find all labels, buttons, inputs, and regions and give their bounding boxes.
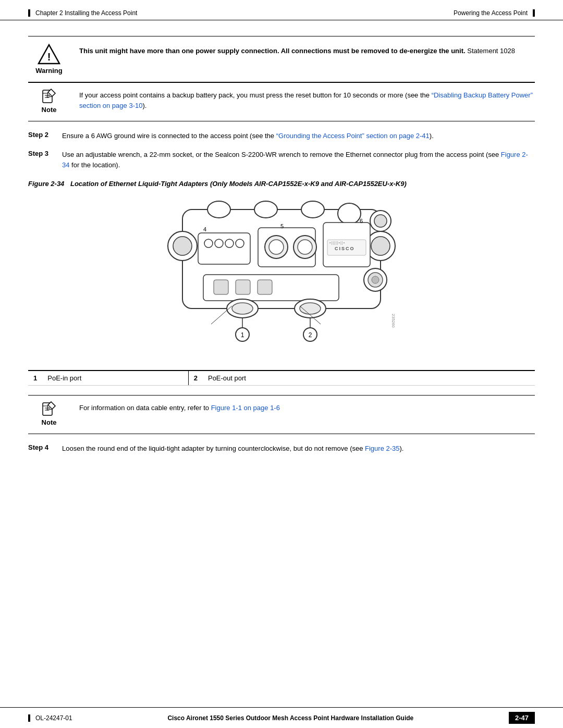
note-text-1: If your access point contains a backup b… bbox=[79, 88, 535, 110]
port2-label: PoE-out port bbox=[203, 371, 535, 386]
note1-text-after: ). bbox=[142, 102, 146, 109]
svg-point-9 bbox=[301, 201, 324, 218]
step2-text-after: ). bbox=[430, 132, 434, 140]
svg-point-25 bbox=[269, 240, 284, 254]
port1-label: PoE-in port bbox=[42, 371, 188, 386]
figure-caption: Figure 2-34 Location of Ethernet Liquid-… bbox=[28, 180, 535, 188]
svg-text:4: 4 bbox=[203, 226, 206, 232]
port-table: 1 PoE-in port 2 PoE-out port bbox=[28, 370, 535, 386]
step-2-row: Step 2 Ensure a 6 AWG ground wire is con… bbox=[28, 131, 535, 141]
svg-rect-35 bbox=[214, 280, 228, 294]
svg-point-16 bbox=[374, 215, 387, 227]
step4-text-before: Loosen the round end of the liquid-tight… bbox=[62, 445, 365, 452]
svg-point-19 bbox=[215, 239, 223, 248]
footer-page-num: 2-47 bbox=[509, 712, 535, 724]
header-section: Powering the Access Point bbox=[454, 9, 528, 17]
svg-point-20 bbox=[225, 239, 234, 248]
svg-point-10 bbox=[338, 203, 361, 224]
header-right-bar bbox=[533, 9, 535, 17]
header-chapter: Chapter 2 Installing the Access Point bbox=[35, 9, 137, 17]
svg-point-8 bbox=[254, 201, 277, 218]
footer-bar bbox=[28, 714, 30, 722]
footer-doc-num: OL-24247-01 bbox=[35, 714, 72, 722]
step4-text-after: ). bbox=[400, 445, 404, 452]
step-4-row: Step 4 Loosen the round end of the liqui… bbox=[28, 443, 535, 454]
svg-point-21 bbox=[236, 239, 244, 248]
svg-point-18 bbox=[204, 239, 213, 248]
svg-point-7 bbox=[207, 201, 230, 218]
note1-text-before: If your access point contains a backup b… bbox=[79, 91, 432, 99]
page-header: Chapter 2 Installing the Access Point Po… bbox=[0, 0, 563, 20]
warning-text: This unit might have more than one power… bbox=[79, 43, 535, 56]
page-footer: OL-24247-01 Cisco Aironet 1550 Series Ou… bbox=[0, 707, 563, 728]
svg-point-27 bbox=[298, 240, 312, 254]
svg-point-50 bbox=[372, 276, 379, 283]
step-3-text: Use an adjustable wrench, a 22-mm socket… bbox=[62, 150, 535, 170]
step4-link[interactable]: Figure 2-35 bbox=[365, 445, 399, 452]
svg-rect-36 bbox=[236, 280, 250, 294]
step-2-label: Step 2 bbox=[28, 131, 57, 141]
svg-point-12 bbox=[173, 237, 192, 255]
port2-num: 2 bbox=[188, 371, 203, 386]
step2-link[interactable]: “Grounding the Access Point” section on … bbox=[276, 132, 430, 140]
svg-point-14 bbox=[371, 237, 390, 255]
note-block-2: Note For information on data cable entry… bbox=[28, 395, 535, 434]
svg-text:!: ! bbox=[47, 51, 51, 63]
warning-bold-text: This unit might have more than one power… bbox=[79, 47, 466, 55]
warning-label: Warning bbox=[35, 67, 63, 75]
step2-text-before: Ensure a 6 AWG ground wire is connected … bbox=[62, 132, 276, 140]
note2-text-before: For information on data cable entry, ref… bbox=[79, 404, 211, 412]
note-pencil-icon-2 bbox=[41, 401, 57, 417]
footer-title: Cisco Aironet 1550 Series Outdoor Mesh A… bbox=[167, 714, 413, 722]
note2-link[interactable]: Figure 1-1 on page 1-6 bbox=[211, 404, 280, 412]
svg-text:•|||||•||•: •|||||•||• bbox=[329, 241, 345, 245]
step-3-row: Step 3 Use an adjustable wrench, a 22-mm… bbox=[28, 150, 535, 170]
warning-block: ! Warning This unit might have more than… bbox=[28, 36, 535, 82]
note-icon-col-2: Note bbox=[28, 401, 70, 426]
svg-text:6: 6 bbox=[360, 218, 363, 224]
step-4-label: Step 4 bbox=[28, 443, 57, 454]
note-text-2: For information on data cable entry, ref… bbox=[79, 401, 535, 413]
figure-label: Figure 2-34 bbox=[28, 180, 64, 188]
device-diagram: 4 5 •|||||•||• CISCO 6 bbox=[28, 194, 535, 361]
main-content: ! Warning This unit might have more than… bbox=[0, 20, 563, 494]
warning-normal-text: Statement 1028 bbox=[466, 47, 515, 55]
header-right: Powering the Access Point bbox=[454, 9, 535, 17]
header-left-bar bbox=[28, 9, 30, 17]
svg-rect-17 bbox=[198, 233, 250, 264]
svg-text:5: 5 bbox=[280, 223, 284, 229]
note-icon-col-1: Note bbox=[28, 88, 70, 114]
step-2-text: Ensure a 6 AWG ground wire is connected … bbox=[62, 131, 535, 141]
note-label-2: Note bbox=[42, 418, 57, 426]
footer-left: OL-24247-01 bbox=[28, 714, 72, 722]
step3-text-after: for the location). bbox=[69, 161, 120, 169]
svg-text:CISCO: CISCO bbox=[335, 246, 355, 251]
step-3-label: Step 3 bbox=[28, 150, 57, 170]
note-block-1: Note If your access point contains a bac… bbox=[28, 82, 535, 121]
note-pencil-icon-1 bbox=[41, 88, 57, 105]
step3-text: Use an adjustable wrench, a 22-mm socket… bbox=[62, 151, 501, 158]
svg-point-39 bbox=[232, 303, 253, 314]
figure-title: Location of Ethernet Liquid-Tight Adapte… bbox=[70, 180, 407, 188]
port1-num: 1 bbox=[28, 371, 42, 386]
svg-text:2: 2 bbox=[309, 331, 312, 339]
step-4-text: Loosen the round end of the liquid-tight… bbox=[62, 443, 535, 454]
svg-text:235260: 235260 bbox=[391, 314, 396, 328]
footer-center: Cisco Aironet 1550 Series Outdoor Mesh A… bbox=[167, 714, 413, 722]
note-label-1: Note bbox=[42, 106, 57, 114]
header-left: Chapter 2 Installing the Access Point bbox=[28, 9, 137, 17]
svg-rect-37 bbox=[258, 280, 272, 294]
svg-text:1: 1 bbox=[241, 331, 244, 339]
warning-triangle-icon: ! bbox=[38, 43, 60, 66]
device-svg: 4 5 •|||||•||• CISCO 6 bbox=[151, 194, 412, 361]
warning-icon-col: ! Warning bbox=[28, 43, 70, 75]
